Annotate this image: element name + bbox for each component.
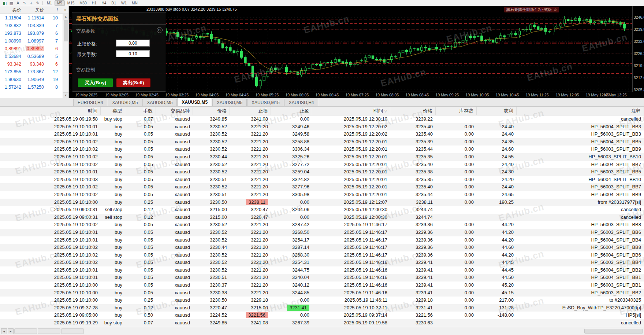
table-row[interactable]: 2025.05.19 10:10:00buy0.05xauusd3230.383… xyxy=(0,289,644,297)
table-row[interactable]: 2025.05.19 09:00:31sell stop0.12xauusd32… xyxy=(0,206,644,214)
chart-tab-xauusd-m5[interactable]: XAUUSD,M5 xyxy=(177,98,212,106)
chart-tab-xauusd-m5[interactable]: XAUUSD,M5 xyxy=(108,99,142,106)
cursor-icon[interactable]: ↖ xyxy=(21,0,28,6)
table-row[interactable]: 2025.05.19 10:10:01buy0.05xauusd3230.523… xyxy=(0,236,644,244)
column-header-7[interactable]: 时间▽ xyxy=(312,107,390,115)
tab-scroll-right-icon[interactable]: ▸ xyxy=(8,328,14,334)
symbol-row[interactable]: 0.536840.536895 xyxy=(0,52,68,60)
timeframe-m5-button[interactable]: M5 xyxy=(55,0,65,6)
column-header-8[interactable]: 价格 xyxy=(390,107,436,115)
close-icon[interactable]: × xyxy=(62,8,68,12)
table-row[interactable]: 2025.05.19 10:10:01buy0.05xauusd3230.523… xyxy=(0,229,644,236)
cell-6: 3267.39 xyxy=(271,319,312,327)
table-row[interactable]: 2025.05.19 09:00:31sell stop0.12xauusd32… xyxy=(0,214,644,221)
table-row[interactable]: 2025.05.19 10:10:02buy0.05xauusd3230.513… xyxy=(0,191,644,199)
refresh-icon[interactable]: ⟳ xyxy=(157,27,163,33)
chart-area[interactable]: 20333988 buy stop 0.07 3242.20 3239.15 3… xyxy=(69,6,644,98)
symbol-row[interactable]: 103.832103.8397 xyxy=(0,22,68,29)
terminal-tab-partial[interactable] xyxy=(38,328,60,334)
chart-tab-xauusd-m5[interactable]: XAUUSD,M5 xyxy=(142,99,177,106)
charts-icon[interactable]: ▦ xyxy=(8,0,15,6)
symbol-row[interactable]: 193.873193.8796 xyxy=(0,29,68,37)
symbol-row[interactable]: 93.34293.3486 xyxy=(0,60,68,68)
column-header-11[interactable]: 注释 xyxy=(517,107,644,115)
symbol-row[interactable]: 1.906301.9064919 xyxy=(0,76,68,83)
max-lots-input[interactable] xyxy=(116,50,150,57)
column-header-0[interactable]: 时间 xyxy=(0,107,101,115)
sell-button[interactable]: 卖出(Sell) xyxy=(116,78,151,87)
table-row[interactable]: 2025.05.19 10:10:02buy0.05xauusd3230.523… xyxy=(0,138,644,146)
cell-11: HP_56003_SPLIT_BB3 xyxy=(517,130,644,138)
time-axis-label: 19 May 07:25 xyxy=(346,93,369,97)
table-row[interactable]: 2025.05.19 09:37:28buy0.12xauusd3220.473… xyxy=(0,304,644,312)
stop-loss-input[interactable] xyxy=(116,40,150,47)
buy-button[interactable]: 买入(Buy) xyxy=(78,78,113,87)
column-header-10[interactable]: 获利 xyxy=(477,107,517,115)
cell-10: 44.60 xyxy=(477,244,517,251)
column-header-3[interactable]: 交易品种 xyxy=(156,107,193,115)
chart-tab-eurusd-h4[interactable]: EURUSD,H4 xyxy=(73,99,107,106)
symbol-row[interactable]: 173.855173.86712 xyxy=(0,68,68,76)
table-row[interactable]: 2025.05.19 10:10:02buy0.05xauusd3230.523… xyxy=(0,146,644,153)
timeframe-h4-button[interactable]: H4 xyxy=(99,0,109,6)
cell-6: 3254.17 xyxy=(271,236,312,244)
scroll-up-icon[interactable]: ▲ xyxy=(63,14,68,19)
table-row[interactable]: 2025.05.19 10:10:01buy0.05xauusd3230.523… xyxy=(0,123,644,131)
chart-tab-xauusd-m15[interactable]: XAUUSD,M15 xyxy=(247,99,284,106)
text-label-icon[interactable]: A xyxy=(15,0,21,6)
table-row[interactable]: 2025.05.19 10:10:02buy0.05xauusd3230.523… xyxy=(0,183,644,191)
symbol-row[interactable]: 0.898910.898976 xyxy=(0,45,68,52)
table-row[interactable]: 2025.05.19 09:19:58buy stop0.07xauusd324… xyxy=(0,115,644,123)
scrollbar-thumb[interactable] xyxy=(584,329,643,334)
market-watch-scrollbar[interactable]: ▲ ▼ xyxy=(63,14,68,98)
chart-tab-xauusd-h4[interactable]: XAUUSD,H4 xyxy=(284,99,319,106)
column-header-6[interactable]: 止盈 xyxy=(271,107,312,115)
timeframe-m15-button[interactable]: M15 xyxy=(65,0,77,6)
table-row[interactable]: 2025.05.19 10:10:02buy0.05xauusd3230.523… xyxy=(0,221,644,229)
column-header-9[interactable]: 库存费 xyxy=(436,107,477,115)
table-row[interactable]: 2025.05.19 10:10:02buy0.05xauusd3230.523… xyxy=(0,259,644,266)
timeframe-m1-button[interactable]: M1 xyxy=(44,0,55,6)
table-row[interactable]: 2025.05.19 10:10:02buy0.05xauusd3230.443… xyxy=(0,153,644,161)
time-axis-label: 19 May 13:25 xyxy=(603,93,627,97)
table-row[interactable]: 2025.05.19 10:10:00buy0.25xauusd3230.503… xyxy=(0,199,644,206)
table-row[interactable]: 2025.05.19 10:10:01buy0.05xauusd3230.513… xyxy=(0,274,644,281)
draw-icon[interactable]: ✎ xyxy=(34,0,41,6)
scrollbar-thumb[interactable] xyxy=(64,20,68,41)
terminal-tab-partial[interactable] xyxy=(14,328,37,334)
table-row[interactable]: 2025.05.19 10:10:02buy0.05xauusd3230.523… xyxy=(0,251,644,259)
tab-scroll-left-icon[interactable]: ◂ xyxy=(1,328,7,334)
timeframe-w1-button[interactable]: W1 xyxy=(119,0,129,6)
table-row[interactable]: 2025.05.19 10:10:03buy0.05xauusd3230.513… xyxy=(0,176,644,184)
column-header-4[interactable]: 价格 xyxy=(193,107,230,115)
sort-filter-icon[interactable]: ▽ xyxy=(384,109,387,113)
table-row[interactable]: 2025.05.19 10:10:01buy0.05xauusd3230.523… xyxy=(0,266,644,274)
table-row[interactable]: 2025.05.19 10:10:01buy0.05xauusd3230.523… xyxy=(0,168,644,176)
cell-9: 0.00 xyxy=(436,281,477,289)
column-header-2[interactable]: 手数 xyxy=(125,107,156,115)
symbol-row[interactable]: 1.115041.1151410 xyxy=(0,14,68,22)
app-icon[interactable]: ◧ xyxy=(1,0,8,6)
symbol-row[interactable]: 1.572421.572508 xyxy=(0,83,68,91)
table-row[interactable]: 2025.05.19 09:19:29buy stop0.07xauusd324… xyxy=(0,319,644,327)
cell-9: 0.00 xyxy=(436,304,477,312)
timeframe-d1-button[interactable]: D1 xyxy=(109,0,119,6)
crosshair-icon[interactable]: ＋ xyxy=(28,0,34,6)
timeframe-mn-button[interactable]: MN xyxy=(129,0,140,6)
chart-tab-xauusd-m5[interactable]: XAUUSD,M5 xyxy=(212,99,247,106)
timeframe-m30-button[interactable]: M30 xyxy=(77,0,89,6)
timeframe-h1-button[interactable]: H1 xyxy=(89,0,99,6)
cell-11: HP_56004_SPLIT_BB7 xyxy=(517,161,644,169)
table-row[interactable]: 2025.05.19 10:10:02buy0.05xauusd3230.443… xyxy=(0,244,644,251)
cell-9: 0.00 xyxy=(436,138,477,146)
table-row[interactable]: 2025.05.19 09:05:00buy0.50xauusd3224.523… xyxy=(0,312,644,319)
table-row[interactable]: 2025.05.19 10:10:00buy0.05xauusd3230.373… xyxy=(0,281,644,289)
symbol-row[interactable]: 1.089901.089977 xyxy=(0,37,68,45)
terminal-tab-partial[interactable] xyxy=(61,328,84,334)
table-row[interactable]: 2025.05.19 10:10:01buy0.05xauusd3230.523… xyxy=(0,130,644,138)
table-row[interactable]: 2025.05.19 10:10:00buy0.25xauusd3230.503… xyxy=(0,297,644,304)
scroll-down-icon[interactable]: ▼ xyxy=(63,92,68,98)
table-row[interactable]: 2025.05.19 10:10:02buy0.05xauusd3230.523… xyxy=(0,161,644,169)
column-header-5[interactable]: 止损 xyxy=(230,107,271,115)
column-header-1[interactable]: 类型 xyxy=(101,107,125,115)
